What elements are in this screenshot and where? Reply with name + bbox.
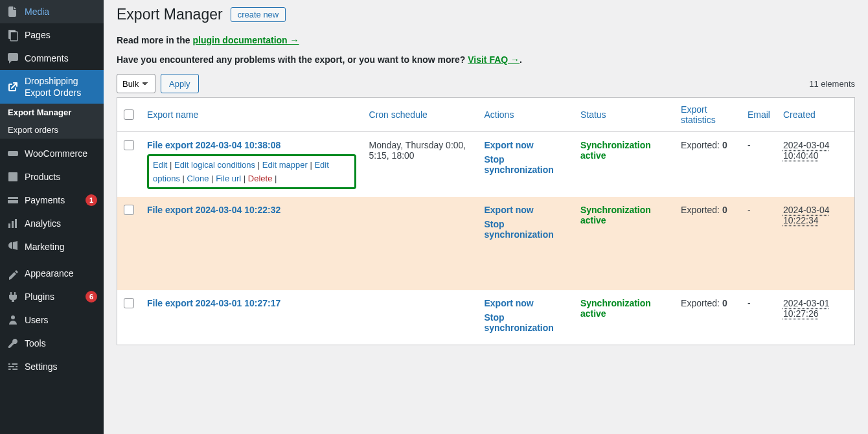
- email-cell: -: [748, 298, 751, 308]
- exported-count: 0: [722, 205, 727, 215]
- stop-sync-link[interactable]: Stop synchronization: [485, 219, 567, 240]
- table-row: File export 2024-03-04 10:38:08 Edit | E…: [117, 132, 855, 197]
- col-cron[interactable]: Cron schedule: [363, 98, 478, 132]
- select-all-checkbox[interactable]: [124, 109, 134, 120]
- svg-point-14: [14, 366, 16, 368]
- export-now-link[interactable]: Export now: [485, 205, 567, 215]
- sidebar-item-pages[interactable]: Pages: [0, 23, 104, 47]
- svg-rect-1: [10, 32, 17, 41]
- users-icon: [6, 314, 19, 326]
- analytics-icon: [6, 217, 19, 230]
- delete-link[interactable]: Delete: [248, 174, 273, 183]
- col-created[interactable]: Created: [777, 98, 855, 132]
- plugins-badge: 6: [86, 291, 97, 303]
- row-checkbox[interactable]: [124, 205, 134, 215]
- edit-mapper-link[interactable]: Edit mapper: [262, 160, 308, 170]
- stop-sync-link[interactable]: Stop synchronization: [485, 154, 567, 175]
- cron-cell: [363, 290, 478, 345]
- edit-logical-link[interactable]: Edit logical conditions: [174, 160, 255, 170]
- element-count: 11 elements: [809, 79, 855, 89]
- payments-badge: 1: [86, 194, 97, 206]
- settings-icon: [6, 360, 19, 373]
- table-row: File export 2024-03-04 10:22:32 Export n…: [117, 197, 855, 251]
- sidebar-label: Media: [25, 6, 97, 17]
- sidebar-item-dropshipping-export[interactable]: Dropshipping Export Orders: [0, 70, 104, 104]
- col-actions[interactable]: Actions: [478, 98, 574, 132]
- faq-link[interactable]: Visit FAQ →: [468, 54, 520, 65]
- edit-link[interactable]: Edit: [153, 160, 167, 170]
- svg-point-9: [11, 315, 15, 319]
- email-cell: -: [748, 205, 751, 215]
- sidebar-item-tools[interactable]: Tools: [0, 332, 104, 355]
- sidebar-item-comments[interactable]: Comments: [0, 47, 104, 70]
- export-now-link[interactable]: Export now: [485, 298, 567, 308]
- created-date: 2024-03-01 10:27:26: [783, 298, 830, 319]
- svg-rect-5: [8, 199, 18, 200]
- sidebar-item-appearance[interactable]: Appearance: [0, 262, 104, 285]
- export-name[interactable]: File export 2024-03-04 10:22:32: [147, 205, 280, 215]
- status-text: Synchronization active: [580, 140, 651, 161]
- sidebar-item-settings[interactable]: Settings: [0, 355, 104, 378]
- cron-cell: [363, 197, 478, 251]
- col-status[interactable]: Status: [574, 98, 674, 132]
- main-content: Export Manager create new Read more in t…: [104, 0, 868, 434]
- comments-icon: [6, 52, 19, 65]
- row-checkbox[interactable]: [124, 140, 134, 150]
- admin-sidebar: Media Pages Comments Dropshipping Export…: [0, 0, 104, 434]
- submenu-export-orders[interactable]: Export orders: [0, 121, 104, 139]
- sidebar-label: Analytics: [25, 218, 97, 229]
- created-date: 2024-03-04 10:22:34: [783, 205, 830, 225]
- products-icon: [6, 170, 19, 183]
- sidebar-item-woocommerce[interactable]: WooCommerce: [0, 142, 104, 165]
- bulk-action-select[interactable]: Bulk: [117, 74, 155, 93]
- sidebar-item-users[interactable]: Users: [0, 308, 104, 332]
- col-export-name[interactable]: Export name: [141, 98, 363, 132]
- svg-rect-12: [8, 369, 17, 370]
- sidebar-label: WooCommerce: [25, 148, 97, 159]
- exported-count: 0: [722, 298, 727, 308]
- file-url-link[interactable]: File url: [216, 174, 241, 183]
- row-checkbox[interactable]: [124, 298, 134, 308]
- clone-link[interactable]: Clone: [187, 174, 209, 183]
- sidebar-label: Products: [25, 171, 97, 183]
- exported-count: 0: [722, 140, 727, 150]
- page-header: Export Manager create new: [117, 0, 855, 26]
- sidebar-item-plugins[interactable]: Plugins 6: [0, 285, 104, 308]
- apply-button[interactable]: Apply: [161, 74, 199, 93]
- svg-rect-2: [8, 151, 18, 156]
- sidebar-item-analytics[interactable]: Analytics: [0, 212, 104, 235]
- export-icon: [6, 80, 19, 93]
- sidebar-label: Plugins: [25, 291, 82, 303]
- sidebar-item-products[interactable]: Products: [0, 165, 104, 188]
- create-new-button[interactable]: create new: [231, 7, 286, 22]
- faq-info: Have you encountered any problems with t…: [117, 54, 855, 65]
- status-text: Synchronization active: [580, 298, 651, 319]
- svg-point-13: [10, 363, 12, 365]
- sidebar-label: Comments: [25, 52, 97, 64]
- sidebar-item-marketing[interactable]: Marketing: [0, 235, 104, 258]
- tools-icon: [6, 337, 19, 350]
- plugins-icon: [6, 290, 19, 303]
- col-checkbox: [117, 98, 141, 132]
- svg-rect-7: [12, 221, 14, 228]
- export-name[interactable]: File export 2024-03-04 10:38:08: [147, 140, 280, 150]
- row-actions: Edit | Edit logical conditions | Edit ma…: [147, 154, 356, 189]
- sidebar-item-media[interactable]: Media: [0, 0, 104, 23]
- sidebar-label: Tools: [25, 337, 97, 349]
- email-cell: -: [748, 140, 751, 150]
- submenu-export-manager[interactable]: Export Manager: [0, 104, 104, 121]
- payments-icon: [6, 194, 19, 207]
- export-now-link[interactable]: Export now: [485, 140, 567, 150]
- sidebar-label: Appearance: [25, 268, 97, 279]
- export-name[interactable]: File export 2024-03-01 10:27:17: [147, 298, 280, 308]
- table-row-pad: [117, 251, 855, 290]
- svg-point-15: [11, 369, 13, 371]
- svg-rect-10: [8, 363, 17, 365]
- pages-icon: [6, 29, 19, 41]
- cron-cell: Monday, Thursday 0:00, 5:15, 18:00: [363, 132, 478, 197]
- sidebar-item-payments[interactable]: Payments 1: [0, 188, 104, 212]
- col-email[interactable]: Email: [741, 98, 777, 132]
- col-stats[interactable]: Export statistics: [674, 98, 741, 132]
- plugin-doc-link[interactable]: plugin documentation →: [192, 35, 299, 45]
- stop-sync-link[interactable]: Stop synchronization: [485, 312, 567, 333]
